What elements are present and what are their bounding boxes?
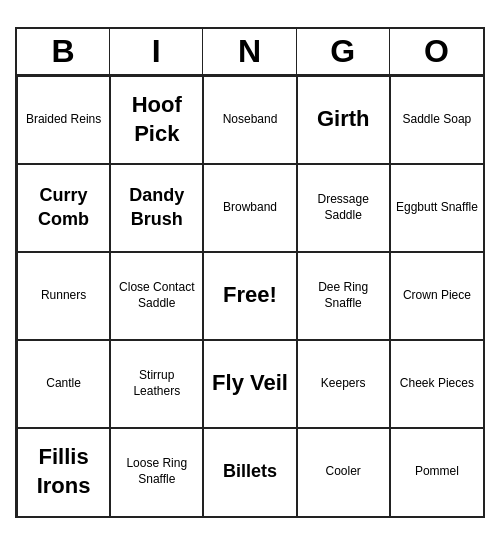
bingo-card: BINGO Braided ReinsHoof PickNosebandGirt… — [15, 27, 485, 518]
bingo-cell-6: Dandy Brush — [110, 164, 203, 252]
bingo-cell-4: Saddle Soap — [390, 76, 483, 164]
bingo-cell-21: Loose Ring Snaffle — [110, 428, 203, 516]
bingo-header: BINGO — [17, 29, 483, 76]
bingo-cell-16: Stirrup Leathers — [110, 340, 203, 428]
bingo-cell-2: Noseband — [203, 76, 296, 164]
bingo-cell-13: Dee Ring Snaffle — [297, 252, 390, 340]
bingo-cell-15: Cantle — [17, 340, 110, 428]
bingo-cell-14: Crown Piece — [390, 252, 483, 340]
bingo-grid: Braided ReinsHoof PickNosebandGirthSaddl… — [17, 76, 483, 516]
bingo-cell-8: Dressage Saddle — [297, 164, 390, 252]
header-letter-g: G — [297, 29, 390, 74]
bingo-cell-11: Close Contact Saddle — [110, 252, 203, 340]
bingo-cell-0: Braided Reins — [17, 76, 110, 164]
bingo-cell-10: Runners — [17, 252, 110, 340]
bingo-cell-17: Fly Veil — [203, 340, 296, 428]
bingo-cell-5: Curry Comb — [17, 164, 110, 252]
bingo-cell-7: Browband — [203, 164, 296, 252]
header-letter-i: I — [110, 29, 203, 74]
header-letter-n: N — [203, 29, 296, 74]
header-letter-b: B — [17, 29, 110, 74]
bingo-cell-23: Cooler — [297, 428, 390, 516]
bingo-cell-22: Billets — [203, 428, 296, 516]
header-letter-o: O — [390, 29, 483, 74]
bingo-cell-20: Fillis Irons — [17, 428, 110, 516]
bingo-cell-19: Cheek Pieces — [390, 340, 483, 428]
bingo-cell-1: Hoof Pick — [110, 76, 203, 164]
bingo-cell-18: Keepers — [297, 340, 390, 428]
bingo-cell-9: Eggbutt Snaffle — [390, 164, 483, 252]
bingo-cell-12: Free! — [203, 252, 296, 340]
bingo-cell-24: Pommel — [390, 428, 483, 516]
bingo-cell-3: Girth — [297, 76, 390, 164]
